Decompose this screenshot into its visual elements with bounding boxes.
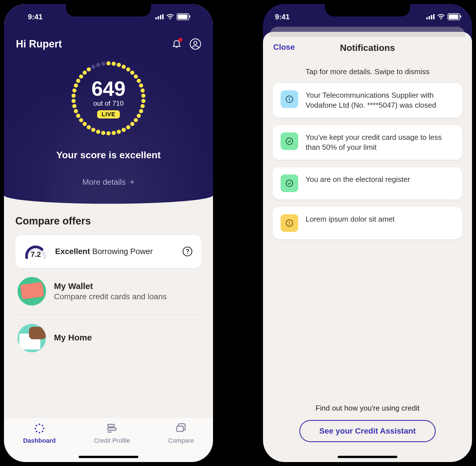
svg-point-0 bbox=[170, 19, 170, 20]
svg-point-17 bbox=[137, 114, 141, 118]
score-message: Your score is excellent bbox=[16, 149, 201, 161]
svg-rect-58 bbox=[177, 426, 183, 432]
svg-rect-56 bbox=[108, 428, 116, 430]
more-details-label: More details bbox=[82, 178, 126, 187]
svg-point-11 bbox=[139, 84, 143, 88]
svg-point-12 bbox=[141, 88, 145, 93]
notification-text: You are on the electoral register bbox=[306, 174, 410, 184]
info-icon bbox=[281, 90, 298, 108]
borrowing-power-gauge: 7.2 bbox=[24, 243, 47, 260]
battery-icon bbox=[177, 13, 189, 20]
svg-point-44 bbox=[101, 62, 105, 66]
svg-point-9 bbox=[134, 74, 138, 79]
borrowing-power-text: Excellent Borrowing Power bbox=[55, 247, 174, 256]
svg-point-33 bbox=[72, 104, 77, 108]
notification-item[interactable]: Your Telecommunications Supplier with Vo… bbox=[273, 83, 462, 118]
offers-title: Compare offers bbox=[15, 215, 202, 227]
credit-profile-icon bbox=[106, 422, 118, 435]
device-notch bbox=[66, 4, 151, 16]
svg-point-50 bbox=[41, 431, 43, 432]
svg-point-54 bbox=[36, 425, 37, 426]
warning-icon bbox=[281, 214, 298, 232]
svg-point-46 bbox=[187, 253, 188, 254]
svg-point-52 bbox=[36, 431, 37, 432]
svg-point-40 bbox=[83, 70, 87, 75]
svg-point-31 bbox=[76, 114, 80, 118]
svg-point-1 bbox=[190, 39, 201, 49]
battery-icon bbox=[448, 13, 460, 20]
notification-list: Your Telecommunications Supplier with Vo… bbox=[263, 83, 472, 239]
svg-point-67 bbox=[289, 224, 290, 225]
svg-point-47 bbox=[39, 424, 40, 425]
phone-dashboard: 9:41 Hi Rupert bbox=[0, 0, 217, 466]
svg-point-13 bbox=[141, 94, 146, 98]
profile-button[interactable] bbox=[190, 38, 201, 50]
tab-bar: Dashboard Credit Profile Compare bbox=[4, 417, 213, 462]
wallet-icon bbox=[18, 277, 46, 305]
svg-point-5 bbox=[117, 63, 121, 67]
notification-item[interactable]: Lorem ipsum dolor sit amet bbox=[273, 207, 462, 239]
home-indicator[interactable] bbox=[79, 456, 138, 458]
credit-score-ring[interactable]: 649 out of 710 LIVE bbox=[16, 59, 201, 138]
svg-point-15 bbox=[141, 104, 145, 108]
status-time: 9:41 bbox=[275, 13, 290, 21]
svg-point-35 bbox=[72, 94, 76, 98]
svg-point-41 bbox=[87, 67, 91, 72]
compare-offers-section: Compare offers 7.2 Excellent Borrowing P… bbox=[4, 204, 213, 362]
offer-title: My Home bbox=[54, 333, 92, 342]
close-button[interactable]: Close bbox=[273, 43, 295, 52]
dashboard-hero: 9:41 Hi Rupert bbox=[4, 4, 213, 204]
credit-assistant-button[interactable]: See your Credit Assistant bbox=[299, 420, 436, 442]
tab-label: Compare bbox=[168, 437, 194, 444]
svg-point-51 bbox=[39, 432, 40, 433]
svg-point-32 bbox=[74, 109, 78, 113]
check-icon bbox=[281, 132, 298, 150]
greeting: Hi Rupert bbox=[16, 38, 62, 50]
svg-point-10 bbox=[137, 79, 141, 83]
svg-point-6 bbox=[122, 65, 126, 69]
svg-point-48 bbox=[41, 425, 43, 426]
svg-point-38 bbox=[76, 79, 80, 83]
svg-point-22 bbox=[117, 130, 121, 134]
notification-item[interactable]: You are on the electoral register bbox=[273, 167, 462, 199]
svg-point-18 bbox=[134, 118, 138, 122]
tab-credit-profile[interactable]: Credit Profile bbox=[94, 422, 130, 444]
svg-point-7 bbox=[126, 67, 130, 72]
status-time: 9:41 bbox=[28, 13, 43, 21]
svg-point-2 bbox=[194, 41, 197, 44]
svg-point-26 bbox=[96, 130, 100, 134]
sheet-hint: Tap for more details. Swipe to dismiss bbox=[263, 67, 472, 76]
svg-point-16 bbox=[139, 109, 143, 113]
borrowing-power-card[interactable]: 7.2 Excellent Borrowing Power bbox=[15, 235, 202, 268]
notification-item[interactable]: You've kept your credit card usage to le… bbox=[273, 125, 462, 160]
offer-home[interactable]: My Home bbox=[15, 315, 202, 362]
notification-text: Your Telecommunications Supplier with Vo… bbox=[306, 90, 454, 110]
wifi-icon bbox=[437, 14, 445, 20]
plus-icon: + bbox=[130, 178, 135, 186]
home-indicator[interactable] bbox=[338, 456, 397, 458]
svg-rect-55 bbox=[108, 424, 114, 427]
notifications-button[interactable] bbox=[172, 38, 182, 50]
notifications-sheet: Close Notifications Tap for more details… bbox=[263, 32, 472, 462]
help-icon[interactable] bbox=[182, 246, 193, 257]
svg-point-21 bbox=[122, 128, 126, 132]
home-icon bbox=[18, 324, 46, 352]
svg-point-23 bbox=[112, 131, 116, 135]
more-details-button[interactable]: More details + bbox=[16, 178, 201, 187]
signal-icon bbox=[155, 14, 164, 19]
offer-wallet[interactable]: My WalletCompare credit cards and loans bbox=[15, 268, 202, 315]
svg-point-64 bbox=[286, 180, 293, 187]
svg-point-8 bbox=[130, 70, 135, 75]
svg-point-39 bbox=[79, 74, 83, 79]
device-notch bbox=[325, 4, 410, 16]
notification-text: You've kept your credit card usage to le… bbox=[306, 132, 454, 152]
tab-label: Dashboard bbox=[23, 437, 56, 444]
tab-compare[interactable]: Compare bbox=[168, 422, 194, 444]
svg-point-36 bbox=[72, 88, 77, 93]
svg-point-19 bbox=[130, 122, 135, 126]
svg-point-4 bbox=[112, 62, 116, 66]
tab-dashboard[interactable]: Dashboard bbox=[23, 422, 56, 444]
notification-badge bbox=[178, 38, 182, 42]
svg-point-43 bbox=[96, 63, 100, 67]
svg-point-62 bbox=[289, 97, 290, 98]
